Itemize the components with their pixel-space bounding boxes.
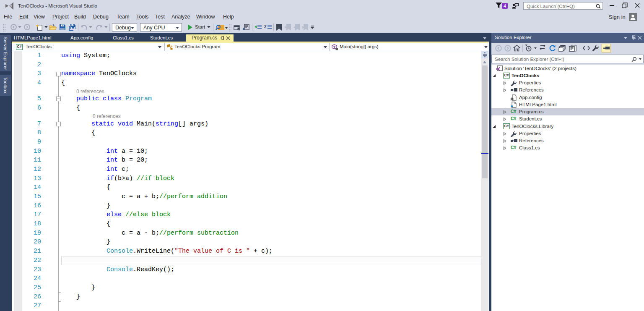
svg-text:2: 2 <box>264 24 267 29</box>
